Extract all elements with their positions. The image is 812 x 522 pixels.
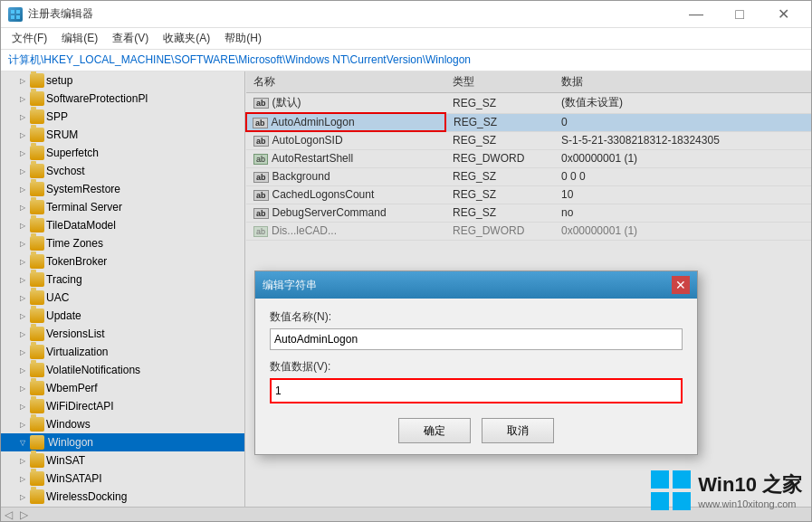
svg-rect-7 — [673, 492, 691, 510]
dialog-buttons: 确定 取消 — [270, 418, 683, 443]
dialog-data-input[interactable] — [270, 378, 683, 403]
svg-rect-0 — [11, 10, 14, 14]
edit-string-dialog: 编辑字符串 ✕ 数值名称(N): 数值数据(V): 确定 取消 — [254, 270, 698, 455]
dialog-name-label: 数值名称(N): — [270, 309, 683, 325]
address-bar: 计算机\HKEY_LOCAL_MACHINE\SOFTWARE\Microsof… — [1, 50, 811, 71]
dialog-close-button[interactable]: ✕ — [672, 276, 690, 294]
menu-view[interactable]: 查看(V) — [105, 29, 156, 48]
svg-rect-3 — [16, 15, 20, 19]
menu-bar: 文件(F) 编辑(E) 查看(V) 收藏夹(A) 帮助(H) — [1, 28, 811, 50]
svg-rect-5 — [673, 470, 691, 489]
content-area: ▷ setup ▷ SoftwareProtectionPl ▷ SPP — [1, 71, 811, 521]
dialog-body: 数值名称(N): 数值数据(V): 确定 取消 — [255, 299, 697, 454]
minimize-button[interactable]: — — [675, 1, 717, 28]
window-controls: — □ ✕ — [675, 1, 804, 28]
address-path: 计算机\HKEY_LOCAL_MACHINE\SOFTWARE\Microsof… — [8, 52, 471, 68]
main-window: 注册表编辑器 — □ ✕ 文件(F) 编辑(E) 查看(V) 收藏夹(A) 帮助… — [0, 0, 812, 522]
maximize-button[interactable]: □ — [719, 1, 760, 28]
svg-rect-6 — [651, 492, 669, 510]
dialog-name-input[interactable] — [270, 328, 683, 350]
win10-logo — [649, 469, 693, 512]
menu-edit[interactable]: 编辑(E) — [54, 29, 105, 48]
menu-favorites[interactable]: 收藏夹(A) — [156, 29, 217, 48]
app-icon — [8, 7, 23, 22]
dialog-data-label: 数值数据(V): — [270, 359, 683, 375]
menu-help[interactable]: 帮助(H) — [217, 29, 269, 48]
dialog-cancel-button[interactable]: 取消 — [482, 418, 554, 443]
watermark: Win10 之家 www.win10xitong.com — [649, 469, 802, 512]
svg-rect-4 — [651, 470, 669, 489]
svg-rect-2 — [11, 15, 14, 19]
close-button[interactable]: ✕ — [762, 1, 804, 28]
dialog-ok-button[interactable]: 确定 — [398, 418, 471, 443]
menu-file[interactable]: 文件(F) — [5, 29, 54, 48]
watermark-text-block: Win10 之家 www.win10xitong.com — [698, 471, 802, 509]
watermark-url: www.win10xitong.com — [698, 498, 802, 509]
title-bar: 注册表编辑器 — □ ✕ — [1, 1, 811, 28]
dialog-title-bar: 编辑字符串 ✕ — [255, 271, 697, 299]
dialog-title-text: 编辑字符串 — [263, 278, 672, 293]
svg-rect-1 — [16, 10, 20, 14]
watermark-title: Win10 之家 — [698, 471, 802, 498]
window-title: 注册表编辑器 — [28, 6, 675, 22]
